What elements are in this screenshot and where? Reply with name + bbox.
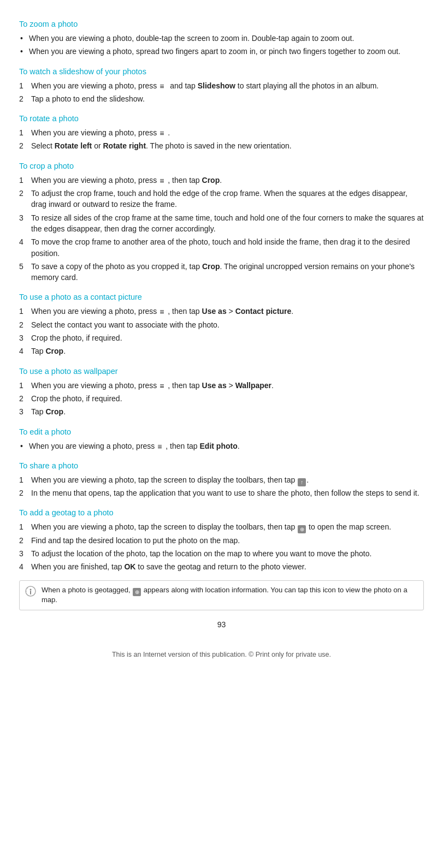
section-slideshow: To watch a slideshow of your photos 1 Wh… bbox=[19, 67, 424, 105]
menu-icon bbox=[160, 381, 167, 387]
list-item: When you are viewing a photo, press , th… bbox=[19, 441, 424, 451]
contact-list: 1 When you are viewing a photo, press , … bbox=[19, 306, 424, 356]
section-geotag-title: To add a geotag to a photo bbox=[19, 508, 424, 517]
section-share: To share a photo 1 When you are viewing … bbox=[19, 461, 424, 499]
section-share-title: To share a photo bbox=[19, 461, 424, 470]
list-item: 1 When you are viewing a photo, press , … bbox=[19, 306, 424, 317]
list-item: 2 Find and tap the desired location to p… bbox=[19, 535, 424, 546]
section-slideshow-title: To watch a slideshow of your photos bbox=[19, 67, 424, 76]
list-item: 2 Tap a photo to end the slideshow. bbox=[19, 93, 424, 104]
zoom-list: When you are viewing a photo, double-tap… bbox=[19, 33, 424, 57]
list-item: 1 When you are viewing a photo, press an… bbox=[19, 80, 424, 91]
list-item: 1 When you are viewing a photo, press , … bbox=[19, 380, 424, 391]
list-item: 1 When you are viewing a photo, press . bbox=[19, 127, 424, 138]
section-wallpaper: To use a photo as wallpaper 1 When you a… bbox=[19, 367, 424, 418]
list-item: 3 To adjust the location of the photo, t… bbox=[19, 548, 424, 559]
svg-point-1 bbox=[30, 588, 32, 590]
section-zoom-title: To zoom a photo bbox=[19, 20, 424, 28]
list-item: 2 To adjust the crop frame, touch and ho… bbox=[19, 188, 424, 210]
list-item: 4 To move the crop frame to another area… bbox=[19, 236, 424, 259]
slideshow-list: 1 When you are viewing a photo, press an… bbox=[19, 80, 424, 105]
crop-list: 1 When you are viewing a photo, press , … bbox=[19, 175, 424, 283]
menu-icon bbox=[160, 128, 167, 134]
geo-icon: ⊕ bbox=[298, 525, 306, 533]
menu-icon bbox=[160, 81, 167, 87]
tip-box: When a photo is geotagged, ⊕ appears alo… bbox=[19, 580, 424, 611]
list-item: When you are viewing a photo, spread two… bbox=[19, 46, 424, 57]
section-crop-title: To crop a photo bbox=[19, 162, 424, 170]
menu-icon bbox=[160, 306, 167, 312]
wallpaper-list: 1 When you are viewing a photo, press , … bbox=[19, 380, 424, 418]
page-number: 93 bbox=[19, 620, 424, 629]
menu-icon bbox=[160, 175, 167, 181]
list-item: 2 Crop the photo, if required. bbox=[19, 393, 424, 404]
section-zoom: To zoom a photo When you are viewing a p… bbox=[19, 20, 424, 57]
zoom-item-2: When you are viewing a photo, spread two… bbox=[29, 47, 400, 56]
section-rotate-title: To rotate a photo bbox=[19, 114, 424, 123]
share-list: 1 When you are viewing a photo, tap the … bbox=[19, 474, 424, 499]
svg-line-4 bbox=[27, 587, 28, 588]
geo-icon-inline: ⊕ bbox=[133, 588, 141, 596]
list-item: 2 Select the contact you want to associa… bbox=[19, 319, 424, 330]
list-item: 2 In the menu that opens, tap the applic… bbox=[19, 487, 424, 498]
zoom-item-1: When you are viewing a photo, double-tap… bbox=[29, 34, 354, 43]
rotate-list: 1 When you are viewing a photo, press . … bbox=[19, 127, 424, 152]
list-item: 3 Tap Crop. bbox=[19, 406, 424, 417]
list-item: 1 When you are viewing a photo, tap the … bbox=[19, 474, 424, 485]
edit-list: When you are viewing a photo, press , th… bbox=[19, 441, 424, 451]
list-item: 5 To save a copy of the photo as you cro… bbox=[19, 261, 424, 283]
section-edit: To edit a photo When you are viewing a p… bbox=[19, 427, 424, 451]
section-edit-title: To edit a photo bbox=[19, 427, 424, 436]
section-crop: To crop a photo 1 When you are viewing a… bbox=[19, 162, 424, 283]
tip-text: When a photo is geotagged, ⊕ appears alo… bbox=[42, 585, 418, 606]
section-contact-title: To use a photo as a contact picture bbox=[19, 293, 424, 301]
list-item: 2 Select Rotate left or Rotate right. Th… bbox=[19, 140, 424, 151]
list-item: 3 Crop the photo, if required. bbox=[19, 332, 424, 343]
section-geotag: To add a geotag to a photo 1 When you ar… bbox=[19, 508, 424, 572]
list-item: 4 Tap Crop. bbox=[19, 346, 424, 356]
list-item: 1 When you are viewing a photo, press , … bbox=[19, 175, 424, 186]
list-item: 4 When you are finished, tap OK to save … bbox=[19, 561, 424, 572]
section-rotate: To rotate a photo 1 When you are viewing… bbox=[19, 114, 424, 152]
share-icon: ↑ bbox=[298, 478, 306, 486]
list-item: 1 When you are viewing a photo, tap the … bbox=[19, 521, 424, 532]
section-contact: To use a photo as a contact picture 1 Wh… bbox=[19, 293, 424, 356]
menu-icon bbox=[157, 441, 165, 447]
geotag-list: 1 When you are viewing a photo, tap the … bbox=[19, 521, 424, 572]
tip-icon bbox=[25, 586, 36, 598]
list-item: When you are viewing a photo, double-tap… bbox=[19, 33, 424, 44]
section-wallpaper-title: To use a photo as wallpaper bbox=[19, 367, 424, 376]
list-item: 3 To resize all sides of the crop frame … bbox=[19, 212, 424, 235]
page-footer: This is an Internet version of this publ… bbox=[19, 651, 424, 658]
